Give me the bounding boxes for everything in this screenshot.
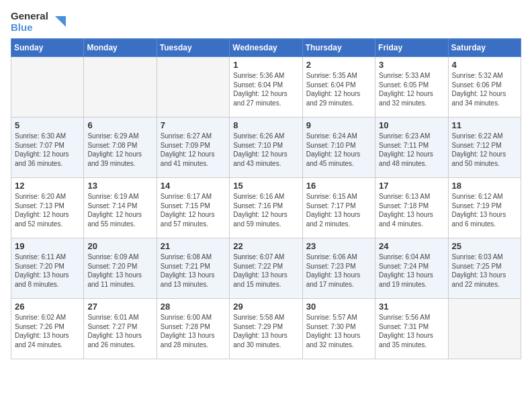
cell-info: Sunrise: 6:27 AM Sunset: 7:09 PM Dayligh… <box>161 132 226 168</box>
cell-info: Sunrise: 6:26 AM Sunset: 7:10 PM Dayligh… <box>233 132 298 168</box>
calendar-cell: 12Sunrise: 6:20 AM Sunset: 7:13 PM Dayli… <box>11 178 84 238</box>
calendar-cell: 3Sunrise: 5:33 AM Sunset: 6:05 PM Daylig… <box>375 57 448 118</box>
calendar-cell: 14Sunrise: 6:17 AM Sunset: 7:15 PM Dayli… <box>157 178 229 238</box>
calendar-cell: 18Sunrise: 6:12 AM Sunset: 7:19 PM Dayli… <box>448 178 521 238</box>
calendar-cell: 5Sunrise: 6:30 AM Sunset: 7:07 PM Daylig… <box>11 118 84 178</box>
calendar-cell <box>84 57 157 118</box>
weekday-header-saturday: Saturday <box>448 39 521 57</box>
day-number: 6 <box>87 120 152 130</box>
cell-info: Sunrise: 6:12 AM Sunset: 7:19 PM Dayligh… <box>452 192 517 228</box>
day-number: 13 <box>87 181 152 191</box>
cell-info: Sunrise: 5:58 AM Sunset: 7:29 PM Dayligh… <box>233 313 298 349</box>
calendar-week-row: 1Sunrise: 5:36 AM Sunset: 6:04 PM Daylig… <box>11 57 521 118</box>
day-number: 8 <box>233 120 298 130</box>
cell-info: Sunrise: 6:15 AM Sunset: 7:17 PM Dayligh… <box>306 192 371 228</box>
day-number: 31 <box>379 302 444 312</box>
cell-info: Sunrise: 6:07 AM Sunset: 7:22 PM Dayligh… <box>233 253 298 289</box>
logo-blue-text: Blue <box>11 22 48 34</box>
weekday-header-row: SundayMondayTuesdayWednesdayThursdayFrid… <box>11 39 521 57</box>
logo: General Blue <box>11 11 66 33</box>
day-number: 15 <box>233 181 298 191</box>
weekday-header-sunday: Sunday <box>11 39 84 57</box>
calendar-cell: 22Sunrise: 6:07 AM Sunset: 7:22 PM Dayli… <box>230 238 302 299</box>
day-number: 2 <box>306 60 371 70</box>
cell-info: Sunrise: 6:17 AM Sunset: 7:15 PM Dayligh… <box>161 192 226 228</box>
calendar-cell: 17Sunrise: 6:13 AM Sunset: 7:18 PM Dayli… <box>375 178 448 238</box>
calendar-cell: 29Sunrise: 5:58 AM Sunset: 7:29 PM Dayli… <box>230 299 302 359</box>
day-number: 21 <box>161 241 226 251</box>
calendar-cell: 23Sunrise: 6:06 AM Sunset: 7:23 PM Dayli… <box>302 238 375 299</box>
day-number: 1 <box>233 60 298 70</box>
calendar-cell: 2Sunrise: 5:35 AM Sunset: 6:04 PM Daylig… <box>302 57 375 118</box>
cell-info: Sunrise: 6:04 AM Sunset: 7:24 PM Dayligh… <box>379 253 444 289</box>
calendar-table: SundayMondayTuesdayWednesdayThursdayFrid… <box>11 38 521 359</box>
day-number: 27 <box>87 302 152 312</box>
cell-info: Sunrise: 5:56 AM Sunset: 7:31 PM Dayligh… <box>379 313 444 349</box>
day-number: 19 <box>15 241 80 251</box>
cell-info: Sunrise: 5:35 AM Sunset: 6:04 PM Dayligh… <box>306 71 371 107</box>
cell-info: Sunrise: 6:20 AM Sunset: 7:13 PM Dayligh… <box>15 192 80 228</box>
calendar-cell: 11Sunrise: 6:22 AM Sunset: 7:12 PM Dayli… <box>448 118 521 178</box>
calendar-cell: 1Sunrise: 5:36 AM Sunset: 6:04 PM Daylig… <box>230 57 302 118</box>
day-number: 12 <box>15 181 80 191</box>
day-number: 14 <box>161 181 226 191</box>
calendar-cell: 6Sunrise: 6:29 AM Sunset: 7:08 PM Daylig… <box>84 118 157 178</box>
calendar-cell: 27Sunrise: 6:01 AM Sunset: 7:27 PM Dayli… <box>84 299 157 359</box>
day-number: 20 <box>87 241 152 251</box>
day-number: 4 <box>452 60 517 70</box>
calendar-week-row: 12Sunrise: 6:20 AM Sunset: 7:13 PM Dayli… <box>11 178 521 238</box>
calendar-week-row: 26Sunrise: 6:02 AM Sunset: 7:26 PM Dayli… <box>11 299 521 359</box>
day-number: 30 <box>306 302 371 312</box>
calendar-week-row: 19Sunrise: 6:11 AM Sunset: 7:20 PM Dayli… <box>11 238 521 299</box>
cell-info: Sunrise: 5:57 AM Sunset: 7:30 PM Dayligh… <box>306 313 371 349</box>
calendar-cell: 15Sunrise: 6:16 AM Sunset: 7:16 PM Dayli… <box>230 178 302 238</box>
cell-info: Sunrise: 6:06 AM Sunset: 7:23 PM Dayligh… <box>306 253 371 289</box>
logo-general-text: General <box>11 11 48 22</box>
cell-info: Sunrise: 6:24 AM Sunset: 7:10 PM Dayligh… <box>306 132 371 168</box>
day-number: 16 <box>306 181 371 191</box>
cell-info: Sunrise: 5:32 AM Sunset: 6:06 PM Dayligh… <box>452 71 517 107</box>
calendar-cell: 4Sunrise: 5:32 AM Sunset: 6:06 PM Daylig… <box>448 57 521 118</box>
day-number: 25 <box>452 241 517 251</box>
day-number: 26 <box>15 302 80 312</box>
calendar-cell: 10Sunrise: 6:23 AM Sunset: 7:11 PM Dayli… <box>375 118 448 178</box>
page-header: General Blue <box>11 11 521 33</box>
weekday-header-friday: Friday <box>375 39 448 57</box>
day-number: 23 <box>306 241 371 251</box>
calendar-cell: 13Sunrise: 6:19 AM Sunset: 7:14 PM Dayli… <box>84 178 157 238</box>
cell-info: Sunrise: 6:01 AM Sunset: 7:27 PM Dayligh… <box>87 313 152 349</box>
day-number: 5 <box>15 120 80 130</box>
cell-info: Sunrise: 6:23 AM Sunset: 7:11 PM Dayligh… <box>379 132 444 168</box>
day-number: 3 <box>379 60 444 70</box>
calendar-cell: 31Sunrise: 5:56 AM Sunset: 7:31 PM Dayli… <box>375 299 448 359</box>
cell-info: Sunrise: 6:13 AM Sunset: 7:18 PM Dayligh… <box>379 192 444 228</box>
calendar-cell <box>11 57 84 118</box>
calendar-cell: 16Sunrise: 6:15 AM Sunset: 7:17 PM Dayli… <box>302 178 375 238</box>
day-number: 18 <box>452 181 517 191</box>
day-number: 24 <box>379 241 444 251</box>
logo-arrow-icon <box>51 15 66 30</box>
cell-info: Sunrise: 6:11 AM Sunset: 7:20 PM Dayligh… <box>15 253 80 289</box>
calendar-cell: 8Sunrise: 6:26 AM Sunset: 7:10 PM Daylig… <box>230 118 302 178</box>
day-number: 10 <box>379 120 444 130</box>
day-number: 7 <box>161 120 226 130</box>
day-number: 9 <box>306 120 371 130</box>
cell-info: Sunrise: 6:09 AM Sunset: 7:20 PM Dayligh… <box>87 253 152 289</box>
day-number: 17 <box>379 181 444 191</box>
weekday-header-thursday: Thursday <box>302 39 375 57</box>
calendar-cell: 21Sunrise: 6:08 AM Sunset: 7:21 PM Dayli… <box>157 238 229 299</box>
calendar-cell: 28Sunrise: 6:00 AM Sunset: 7:28 PM Dayli… <box>157 299 229 359</box>
calendar-week-row: 5Sunrise: 6:30 AM Sunset: 7:07 PM Daylig… <box>11 118 521 178</box>
weekday-header-monday: Monday <box>84 39 157 57</box>
day-number: 29 <box>233 302 298 312</box>
calendar-cell <box>448 299 521 359</box>
calendar-cell <box>157 57 229 118</box>
calendar-cell: 20Sunrise: 6:09 AM Sunset: 7:20 PM Dayli… <box>84 238 157 299</box>
weekday-header-tuesday: Tuesday <box>157 39 229 57</box>
calendar-cell: 24Sunrise: 6:04 AM Sunset: 7:24 PM Dayli… <box>375 238 448 299</box>
cell-info: Sunrise: 6:03 AM Sunset: 7:25 PM Dayligh… <box>452 253 517 289</box>
calendar-cell: 26Sunrise: 6:02 AM Sunset: 7:26 PM Dayli… <box>11 299 84 359</box>
cell-info: Sunrise: 6:19 AM Sunset: 7:14 PM Dayligh… <box>87 192 152 228</box>
calendar-cell: 19Sunrise: 6:11 AM Sunset: 7:20 PM Dayli… <box>11 238 84 299</box>
cell-info: Sunrise: 6:22 AM Sunset: 7:12 PM Dayligh… <box>452 132 517 168</box>
